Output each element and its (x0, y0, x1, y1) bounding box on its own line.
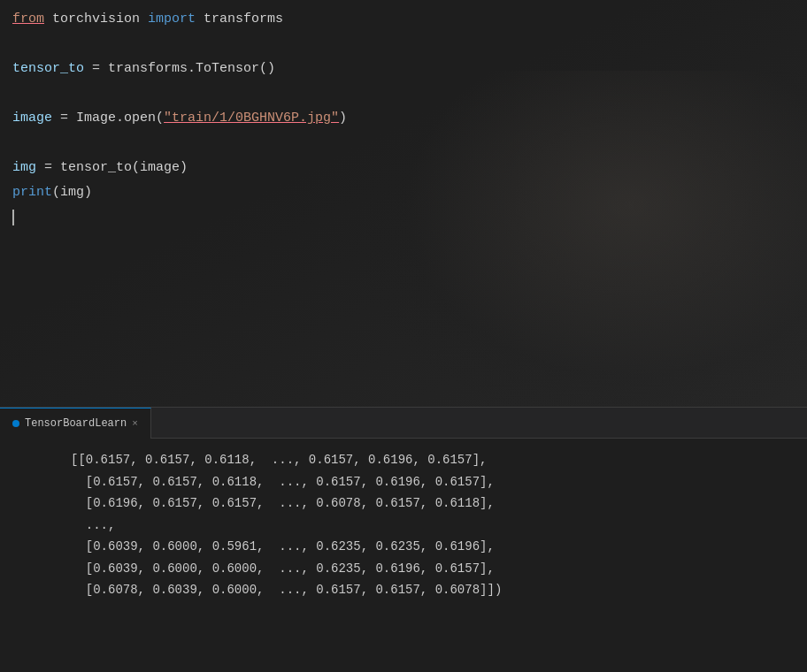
code-line: tensor_to = transforms.ToTensor() (12, 57, 795, 81)
output-line: ..., (71, 515, 736, 537)
output-line: [0.6078, 0.6039, 0.6000, ..., 0.6157, 0.… (71, 579, 736, 601)
code-token: ) (339, 111, 347, 126)
code-token: Image (76, 111, 116, 126)
code-token: torchvision (44, 11, 148, 27)
code-token: = (36, 160, 60, 175)
code-token: (img) (52, 185, 92, 200)
editor-pane: from torchvision import transforms tenso… (0, 0, 807, 407)
code-token: transforms (108, 61, 188, 76)
code-token: tensor_to(image) (60, 160, 188, 175)
code-token: from (12, 11, 44, 27)
terminal-output: [[0.6157, 0.6157, 0.6118, ..., 0.6157, 0… (0, 439, 807, 612)
code-token: img (12, 160, 36, 175)
code-line: print(img) (12, 180, 795, 205)
code-token: transforms (196, 11, 283, 27)
output-line: [0.6039, 0.6000, 0.5961, ..., 0.6235, 0.… (71, 536, 736, 558)
terminal-panel: TensorBoardLearn × [[0.6157, 0.6157, 0.6… (0, 407, 807, 672)
output-line: [0.6196, 0.6157, 0.6157, ..., 0.6078, 0.… (71, 493, 736, 515)
tab-indicator (12, 420, 19, 427)
code-token: .open( (116, 111, 164, 126)
code-line: img = tensor_to(image) (12, 156, 795, 180)
output-line: [0.6039, 0.6000, 0.6000, ..., 0.6235, 0.… (71, 558, 736, 580)
code-token: .ToTensor() (188, 61, 275, 76)
code-token: tensor_to (12, 61, 84, 76)
terminal-tab-bar: TensorBoardLearn × (0, 408, 807, 439)
code-token: print (12, 185, 52, 200)
code-token: import (148, 11, 196, 27)
output-line: [0.6157, 0.6157, 0.6118, ..., 0.6157, 0.… (71, 471, 736, 493)
code-token: = (84, 61, 108, 76)
code-line-empty (12, 81, 795, 106)
terminal-tab[interactable]: TensorBoardLearn × (0, 408, 151, 439)
tab-label: TensorBoardLearn (25, 417, 127, 430)
code-token: = (52, 111, 76, 126)
code-editor[interactable]: from torchvision import transforms tenso… (0, 0, 807, 237)
code-line-empty (12, 32, 795, 57)
code-token: image (12, 111, 52, 126)
tab-close-button[interactable]: × (132, 418, 138, 429)
code-line: image = Image.open("train/1/0BGHNV6P.jpg… (12, 106, 795, 131)
cursor-line (12, 205, 795, 230)
code-line: from torchvision import transforms (12, 7, 795, 32)
code-token: "train/1/0BGHNV6P.jpg" (164, 111, 339, 126)
output-line: [[0.6157, 0.6157, 0.6118, ..., 0.6157, 0… (71, 449, 736, 471)
text-cursor (12, 210, 14, 225)
code-line-empty (12, 131, 795, 156)
